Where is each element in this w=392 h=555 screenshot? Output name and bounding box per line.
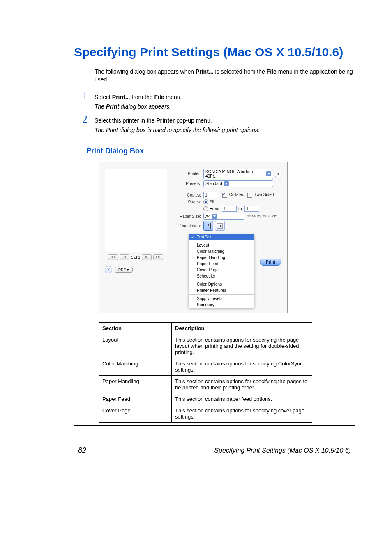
intro-mid1: is selected from the bbox=[214, 68, 267, 75]
cell-section: Cover Page bbox=[99, 405, 172, 423]
two-sided-checkbox[interactable] bbox=[247, 193, 252, 198]
table-row: Layout This section contains options for… bbox=[99, 334, 312, 358]
orientation-portrait-button[interactable] bbox=[203, 221, 213, 231]
step-2-body: Select this printer in the Printer pop-u… bbox=[95, 117, 355, 125]
printer-info-button[interactable]: ▾ bbox=[275, 171, 281, 177]
to-label: to: bbox=[238, 206, 243, 211]
step-1-note-post: dialog box appears. bbox=[119, 103, 171, 110]
cell-desc: This section contains options for specif… bbox=[172, 405, 312, 423]
dropdown-arrow-icon bbox=[266, 171, 271, 176]
cell-section: Paper Handling bbox=[99, 376, 172, 393]
table-row: Paper Feed This section contains paper f… bbox=[99, 393, 312, 405]
step-1-number: 1 bbox=[82, 90, 90, 102]
last-page-button[interactable]: ▶▶ bbox=[153, 254, 163, 260]
menu-item-cover-page[interactable]: Cover Page bbox=[189, 267, 254, 273]
menu-item-supply-levels[interactable]: Supply Levels bbox=[189, 296, 254, 302]
menu-item-summary[interactable]: Summary bbox=[189, 302, 254, 308]
footer: 82 Specifying Print Settings (Mac OS X 1… bbox=[74, 446, 355, 455]
help-button[interactable]: ? bbox=[105, 266, 112, 273]
to-input[interactable] bbox=[244, 206, 259, 212]
next-page-button[interactable]: ▶ bbox=[142, 254, 152, 260]
menu-item-color-options[interactable]: Color Options bbox=[189, 281, 254, 287]
table-row: Cover Page This section contains options… bbox=[99, 405, 312, 423]
table-row: Color Matching This section contains opt… bbox=[99, 358, 312, 376]
step-1-body: Select Print... from the File menu. bbox=[95, 93, 355, 102]
presets-label: Presets: bbox=[172, 181, 203, 186]
cell-desc: This section contains paper feed options… bbox=[172, 393, 312, 405]
step-2-note: The Print dialog box is used to specify … bbox=[95, 126, 355, 134]
dialog-left-pane: ◀◀ ◀ 1 of 1 ▶ ▶▶ ? PDF ▾ bbox=[105, 166, 168, 308]
paper-dim: 20.99 by 29.70 cm bbox=[247, 214, 277, 218]
menu-item-paper-feed[interactable]: Paper Feed bbox=[189, 261, 254, 267]
copies-label: Copies: bbox=[172, 193, 203, 197]
paper-size-select[interactable]: A4 bbox=[203, 213, 244, 220]
cell-section: Paper Feed bbox=[99, 393, 172, 405]
step-1-note-b: Print bbox=[106, 103, 119, 110]
pages-all-radio[interactable] bbox=[203, 199, 208, 204]
pages-range-option[interactable]: From: bbox=[203, 206, 220, 211]
step-1: 1 Select Print... from the File menu. bbox=[82, 90, 355, 102]
dialog-right-pane: Printer: KONICA MINOLTA bizhub 40P(... ▾… bbox=[172, 166, 281, 308]
intro-b1: Print... bbox=[196, 68, 214, 75]
paper-size-label: Paper Size: bbox=[172, 214, 203, 219]
orientation-label: Orientation: bbox=[172, 224, 203, 228]
printer-value: KONICA MINOLTA bizhub 40P(... bbox=[205, 169, 265, 178]
step-2-number: 2 bbox=[82, 113, 90, 125]
pages-all-label: All bbox=[210, 199, 214, 204]
step-1-post: menu. bbox=[164, 94, 182, 100]
step-2-b1: Printer bbox=[156, 117, 175, 124]
two-sided-label: Two-Sided bbox=[254, 192, 274, 197]
first-page-button[interactable]: ◀◀ bbox=[108, 254, 118, 260]
menu-item-textedit[interactable]: TextEdit bbox=[189, 234, 254, 240]
subheading: Print Dialog Box bbox=[86, 147, 355, 155]
intro-b2: File bbox=[267, 68, 277, 75]
orientation-landscape-button[interactable] bbox=[215, 221, 225, 231]
intro-paragraph: The following dialog box appears when Pr… bbox=[95, 68, 355, 84]
menu-item-paper-handling[interactable]: Paper Handling bbox=[189, 254, 254, 261]
cell-section: Layout bbox=[99, 334, 172, 358]
prev-page-button[interactable]: ◀ bbox=[120, 254, 129, 260]
page-preview bbox=[105, 169, 167, 252]
step-2: 2 Select this printer in the Printer pop… bbox=[82, 113, 355, 125]
page-nav: ◀◀ ◀ 1 of 1 ▶ ▶▶ bbox=[105, 254, 166, 260]
step-1-pre: Select bbox=[95, 94, 112, 100]
step-2-post: pop-up menu. bbox=[175, 117, 212, 124]
page-indicator: 1 of 1 bbox=[131, 255, 141, 259]
cell-desc: This section contains options for specif… bbox=[172, 358, 312, 376]
portrait-icon bbox=[206, 223, 211, 229]
section-menu[interactable]: TextEdit Layout Color Matching Paper Han… bbox=[189, 234, 254, 308]
page: Specifying Print Settings (Mac OS X 10.5… bbox=[0, 0, 392, 479]
two-sided-option[interactable]: Two-Sided bbox=[247, 192, 274, 197]
pdf-button[interactable]: PDF ▾ bbox=[115, 267, 133, 273]
menu-item-color-matching[interactable]: Color Matching bbox=[189, 248, 254, 254]
step-2-pre: Select this printer in the bbox=[95, 117, 156, 124]
pages-range-radio[interactable] bbox=[203, 206, 208, 211]
pages-label: Pages: bbox=[172, 200, 203, 204]
th-description: Description bbox=[172, 323, 312, 334]
dropdown-arrow-icon bbox=[224, 181, 229, 186]
menu-item-printer-features[interactable]: Printer Features bbox=[189, 287, 254, 294]
footer-text: Specifying Print Settings (Mac OS X 10.5… bbox=[214, 447, 351, 454]
collated-checkbox[interactable] bbox=[222, 193, 227, 198]
footer-rule bbox=[74, 425, 355, 426]
step-1-note-pre: The bbox=[95, 103, 106, 110]
printer-select[interactable]: KONICA MINOLTA bizhub 40P(... bbox=[203, 169, 273, 179]
collated-option[interactable]: Collated bbox=[222, 192, 244, 197]
intro-pre: The following dialog box appears when bbox=[95, 68, 196, 75]
paper-size-value: A4 bbox=[205, 214, 210, 219]
menu-item-layout[interactable]: Layout bbox=[189, 242, 254, 248]
printer-label: Printer: bbox=[172, 171, 203, 176]
print-button[interactable]: Print bbox=[260, 259, 281, 266]
dropdown-arrow-icon bbox=[212, 214, 217, 219]
presets-value: Standard bbox=[205, 181, 222, 186]
pages-all-option[interactable]: All bbox=[203, 199, 214, 204]
from-input[interactable] bbox=[222, 206, 237, 212]
page-number: 82 bbox=[78, 446, 86, 455]
step-1-note: The Print dialog box appears. bbox=[95, 103, 355, 111]
presets-select[interactable]: Standard bbox=[203, 180, 273, 187]
menu-item-scheduler[interactable]: Scheduler bbox=[189, 273, 254, 279]
copies-input[interactable] bbox=[203, 192, 218, 198]
cell-desc: This section contains options for specif… bbox=[172, 334, 312, 358]
table-row: Paper Handling This section contains opt… bbox=[99, 376, 312, 393]
step-1-mid: from the bbox=[130, 94, 154, 100]
